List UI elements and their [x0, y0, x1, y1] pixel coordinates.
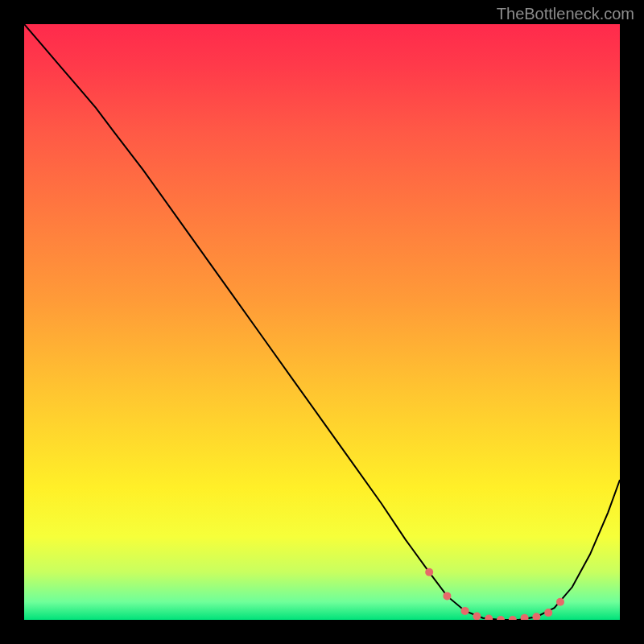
bottleneck-chart: [24, 24, 620, 620]
optimal-marker: [461, 607, 469, 615]
optimal-marker: [443, 592, 451, 600]
optimal-marker: [509, 616, 517, 620]
optimal-marker: [532, 613, 540, 620]
optimal-marker: [521, 614, 529, 620]
optimal-marker: [485, 615, 493, 620]
optimal-marker: [497, 616, 505, 620]
attribution-text: TheBottleneck.com: [497, 5, 634, 23]
optimal-marker: [556, 598, 564, 606]
optimal-region-markers: [425, 568, 564, 620]
optimal-marker: [473, 613, 481, 620]
optimal-marker: [544, 609, 552, 617]
curve-svg: [24, 24, 620, 620]
bottleneck-curve: [24, 24, 620, 620]
optimal-marker: [425, 568, 433, 576]
